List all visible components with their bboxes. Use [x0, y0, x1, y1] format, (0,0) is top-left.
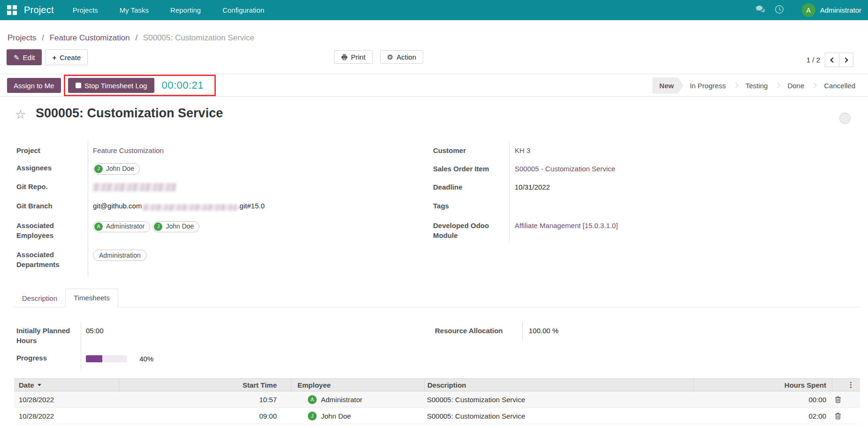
plus-icon: + [52, 54, 56, 61]
breadcrumb: Projects / Feature Customization / S0000… [8, 33, 254, 43]
avatar: A [94, 222, 103, 231]
stage-new[interactable]: New [652, 77, 683, 94]
activities-clock-icon[interactable] [770, 5, 789, 15]
kanban-state-circle[interactable] [839, 113, 851, 124]
avatar: A [308, 395, 317, 404]
redacted-text [142, 204, 237, 211]
pager-next-button[interactable] [839, 53, 853, 67]
delete-row-icon[interactable] [835, 413, 841, 420]
cell-date: 10/28/2022 [14, 396, 119, 404]
menu-my-tasks[interactable]: My Tasks [120, 6, 149, 14]
sort-desc-icon [38, 384, 41, 386]
timesheet-panel-left: Initially Planned Hours 05:00 Progress 4… [16, 322, 213, 369]
action-buttons: Print ⚙ Action [334, 50, 423, 64]
menu-configuration[interactable]: Configuration [222, 6, 264, 14]
pager-count: 1 / 2 [794, 54, 820, 67]
stage-pipeline: New In Progress Testing Done Cancelled [652, 74, 862, 97]
associated-employees-label: Associated Employees [16, 221, 88, 240]
customer-value[interactable]: KH 3 [509, 145, 530, 155]
cell-description: S00005: Customization Service [425, 396, 693, 404]
stage-testing[interactable]: Testing [739, 82, 775, 90]
cell-start-time: 10:57 [119, 396, 291, 404]
tab-timesheets[interactable]: Timesheets [65, 289, 118, 307]
project-value[interactable]: Feature Customization [88, 145, 164, 155]
apps-menu-icon[interactable] [7, 5, 17, 15]
assignees-label: Assignees [16, 163, 88, 175]
associated-departments-label: Associated Departments [16, 250, 88, 269]
associated-employees-value: A Administrator J John Doe [88, 221, 202, 240]
header-description[interactable]: Description [425, 379, 693, 391]
timesheet-panel-right: Resource Allocation 100.00 % [435, 322, 670, 342]
sales-order-item-value[interactable]: S00005 - Customization Service [509, 164, 615, 174]
assignees-value: J John Doe [88, 163, 142, 175]
cell-employee: A Administrator [291, 395, 425, 404]
table-row[interactable]: 10/28/2022 09:00 J John Doe S00005: Cust… [14, 408, 860, 424]
developed-module-value[interactable]: Affiliate Management [15.0.3.1.0] [509, 221, 618, 240]
chevron-left-icon [830, 57, 835, 62]
sales-order-item-label: Sales Order Item [433, 164, 509, 174]
user-name: Administrator [820, 6, 861, 14]
pager [825, 53, 853, 67]
pencil-icon: ✎ [14, 54, 20, 61]
table-row[interactable]: 10/28/2022 10:57 A Administrator S00005:… [14, 391, 860, 408]
main-menu: Projects My Tasks Reporting Configuratio… [73, 6, 265, 14]
git-repo-label: Git Repo. [16, 182, 88, 191]
header-employee[interactable]: Employee [291, 379, 425, 391]
user-menu[interactable]: A Administrator [802, 3, 861, 17]
breadcrumb-separator: / [135, 33, 137, 42]
progress-value: 40% [81, 353, 153, 364]
form-buttons: ✎ Edit + Create [7, 49, 88, 65]
pager-previous-button[interactable] [825, 53, 839, 67]
developed-module-label: Developed Odoo Module [433, 221, 509, 240]
edit-button[interactable]: ✎ Edit [7, 49, 42, 65]
breadcrumb-separator: / [42, 33, 44, 42]
field-group-right: Customer KH 3 Sales Order Item S00005 - … [433, 142, 733, 245]
redacted-text [93, 183, 176, 191]
optional-columns-icon[interactable]: ⋮ [832, 379, 860, 391]
avatar: J [94, 165, 103, 173]
header-start-time[interactable]: Start Time [119, 379, 291, 391]
deadline-value: 10/31/2022 [509, 182, 550, 192]
customer-label: Customer [433, 145, 509, 155]
breadcrumb-project-name[interactable]: Feature Customization [50, 33, 130, 42]
stage-cancelled[interactable]: Cancelled [817, 82, 862, 90]
breadcrumb-projects[interactable]: Projects [8, 33, 36, 42]
top-navbar: Project Projects My Tasks Reporting Conf… [0, 0, 868, 20]
timesheet-table: Date Start Time Employee Description Hou… [14, 378, 860, 424]
annotation-highlight-box: Stop Timesheet Log 00:00:21 [64, 75, 216, 96]
stage-done[interactable]: Done [781, 82, 811, 90]
field-group-left: Project Feature Customization Assignees … [16, 142, 307, 278]
cell-start-time: 09:00 [119, 412, 291, 420]
delete-row-icon[interactable] [835, 396, 841, 403]
navbar-right: A Administrator [751, 3, 868, 17]
stop-timesheet-button[interactable]: Stop Timesheet Log [68, 78, 154, 93]
stage-in-progress[interactable]: In Progress [683, 82, 732, 90]
header-hours-spent[interactable]: Hours Spent [693, 379, 832, 391]
notebook-tabs: Description Timesheets [14, 288, 860, 307]
stage-chevron-icon [733, 83, 738, 88]
assignee-tag: J John Doe [93, 163, 140, 175]
planned-hours-value: 05:00 [81, 326, 104, 345]
task-title: S00005: Customization Service [36, 106, 223, 121]
breadcrumb-current: S00005: Customization Service [143, 33, 254, 42]
printer-icon [341, 54, 348, 61]
planned-hours-label: Initially Planned Hours [16, 326, 81, 345]
tab-description[interactable]: Description [14, 290, 65, 307]
print-button[interactable]: Print [334, 50, 373, 64]
tags-value [509, 201, 515, 211]
header-date[interactable]: Date [14, 379, 119, 391]
assign-to-me-button[interactable]: Assign to Me [7, 78, 61, 93]
favorite-star-icon[interactable]: ☆ [15, 107, 26, 122]
cell-hours-spent: 00:00 [693, 396, 832, 404]
messages-icon[interactable] [751, 5, 770, 15]
progress-label: Progress [16, 353, 81, 364]
avatar: J [154, 222, 162, 231]
resource-allocation-label: Resource Allocation [435, 326, 522, 336]
menu-reporting[interactable]: Reporting [170, 6, 201, 14]
menu-projects[interactable]: Projects [73, 6, 98, 14]
action-button[interactable]: ⚙ Action [380, 50, 423, 64]
project-label: Project [16, 145, 88, 155]
git-repo-value [88, 182, 176, 191]
app-brand[interactable]: Project [24, 5, 54, 15]
create-button[interactable]: + Create [45, 49, 88, 65]
